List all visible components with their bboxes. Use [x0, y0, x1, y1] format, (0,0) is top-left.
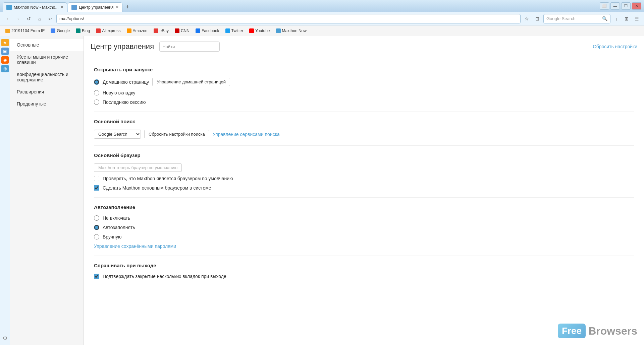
bookmark-label: Maxthon Now	[282, 28, 307, 33]
startup-label-new-tab: Новую вкладку	[103, 90, 136, 95]
autofill-radio-manual[interactable]	[94, 234, 99, 239]
divider-2	[94, 145, 634, 146]
search-bar[interactable]: Google Search 🔍	[543, 14, 610, 23]
sidebar-icon-star[interactable]: ★	[1, 39, 9, 46]
back-button[interactable]: ‹	[3, 14, 12, 23]
startup-option-last-session: Последнюю сессию	[94, 99, 634, 105]
confirm-exit-row: Подтверждать закрытие нескольких вкладок…	[94, 274, 634, 279]
sidebar-icons: ★ ▣ ◉ ◎	[0, 36, 10, 345]
nav-icon-3[interactable]: ☰	[632, 14, 641, 23]
startup-radio-last-session[interactable]	[94, 99, 99, 105]
settings-search-input[interactable]	[159, 42, 220, 52]
startup-radio-home[interactable]	[94, 79, 99, 85]
bookmark-label: Google	[57, 28, 70, 33]
bookmark-label: eBay	[160, 28, 169, 33]
new-tab-button[interactable]: +	[123, 2, 132, 12]
tab-control-center[interactable]: Центр управления ✕	[68, 2, 122, 12]
forward-button[interactable]: ›	[13, 14, 23, 23]
star-button[interactable]: ☆	[522, 14, 531, 23]
sidebar-item-basic[interactable]: Основные	[10, 39, 84, 51]
nav-icon-2[interactable]: ⊞	[622, 14, 631, 23]
autofill-radio-off[interactable]	[94, 215, 99, 221]
exit-section-title: Спрашивать при выходе	[94, 263, 634, 268]
make-default-row: Сделать Maxthon основным браузером в сис…	[94, 185, 634, 191]
autofill-radio-auto[interactable]	[94, 225, 99, 230]
favicon-cnn	[175, 28, 179, 33]
confirm-close-checkbox[interactable]	[94, 274, 99, 279]
autofill-label-off: Не включать	[103, 215, 130, 221]
sidebar-item-privacy[interactable]: Конфиденциальность и содержание	[10, 68, 84, 86]
sidebar-item-extensions[interactable]: Расширения	[10, 86, 84, 98]
check-default-row: Проверять, что Maxthon является браузеро…	[94, 176, 634, 181]
settings-content: Открывать при запуске Домашнюю страницу …	[84, 57, 644, 290]
bookmark-label: Twitter	[231, 28, 243, 33]
bookmark-ebay[interactable]: eBay	[151, 28, 171, 34]
manage-passwords-link[interactable]: Управление сохранёнными паролями	[94, 244, 176, 249]
nav-icon-1[interactable]: ↓	[612, 14, 621, 23]
navbar: ‹ › ↺ ⌂ ↩ mx://options/ ☆ ⊡ Google Searc…	[0, 12, 644, 25]
favicon-aliexpress	[96, 28, 101, 33]
minimize-btn[interactable]: —	[610, 2, 620, 10]
startup-label-last-session: Последнюю сессию	[103, 99, 146, 105]
search-engine-select[interactable]: Google Search	[94, 130, 141, 139]
sidebar-icon-doc[interactable]: ▣	[1, 48, 9, 55]
restore-btn[interactable]: ⬜	[600, 2, 609, 10]
bookmark-facebook[interactable]: Facebook	[193, 28, 222, 34]
bookmark-label: Aliexpress	[102, 28, 120, 33]
titlebar: Maxthon Now - Maxtho... ✕ Центр управлен…	[0, 0, 644, 12]
search-icon: 🔍	[602, 16, 607, 21]
favicon-ebay	[154, 28, 158, 33]
set-default-browser-button[interactable]: Maxthon теперь браузер по умолчанию	[94, 163, 182, 172]
reset-settings-link[interactable]: Сбросить настройки	[593, 44, 637, 49]
close-btn[interactable]: ✕	[632, 2, 641, 10]
sidebar-item-advanced[interactable]: Продвинутые	[10, 98, 84, 110]
history-button[interactable]: ↩	[46, 14, 55, 23]
maximize-btn[interactable]: ❐	[621, 2, 631, 10]
nav-extra-icons: ↓ ⊞ ☰	[612, 14, 641, 23]
address-bar[interactable]: mx://options/	[56, 14, 521, 23]
check-default-checkbox[interactable]	[94, 176, 99, 181]
refresh-button[interactable]: ↺	[24, 14, 34, 23]
favicon-twitter	[225, 28, 230, 33]
settings-sidebar: Основные Жесты мыши и горячие клавиши Ко…	[10, 36, 84, 345]
home-button[interactable]: ⌂	[35, 14, 44, 23]
bookmark-amazon[interactable]: Amazon	[124, 28, 150, 34]
autofill-option-auto: Автозаполнять	[94, 225, 634, 230]
settings-gear-icon[interactable]: ⚙	[3, 335, 10, 342]
manage-search-link[interactable]: Управление сервисами поиска	[213, 132, 280, 137]
bookmark-youtube[interactable]: Youtube	[247, 28, 273, 34]
bookmark-cnn[interactable]: CNN	[172, 28, 192, 34]
sidebar-icon-eye[interactable]: ◎	[1, 65, 9, 72]
favicon-amazon	[127, 28, 131, 33]
save-page-button[interactable]: ⊡	[533, 14, 542, 23]
manage-homepage-button[interactable]: Управление домашней страницей	[152, 78, 230, 86]
autofill-option-off: Не включать	[94, 215, 634, 221]
bookmark-twitter[interactable]: Twitter	[223, 28, 246, 34]
tab-icon-active	[71, 5, 77, 10]
favicon-facebook	[196, 28, 200, 33]
startup-radio-new-tab[interactable]	[94, 90, 99, 95]
bookmark-from-ie[interactable]: 20191104 From IE	[3, 28, 47, 34]
bookmark-maxthon[interactable]: Maxthon Now	[273, 28, 309, 34]
divider-3	[94, 197, 634, 198]
tab-label: Maxthon Now - Maxtho...	[14, 5, 58, 10]
reset-search-button[interactable]: Сбросить настройки поиска	[144, 130, 209, 138]
bookmark-google[interactable]: Google	[48, 28, 72, 34]
sidebar-icon-rss[interactable]: ◉	[1, 56, 9, 64]
tab-icon	[6, 5, 12, 10]
favicon-bing	[76, 28, 80, 33]
autofill-section-title: Автозаполнение	[94, 204, 634, 210]
bookmark-label: CNN	[181, 28, 190, 33]
sidebar-item-label: Расширения	[17, 89, 44, 94]
search-section-title: Основной поиск	[94, 119, 634, 124]
make-default-checkbox[interactable]	[94, 185, 99, 191]
tab-close-active[interactable]: ✕	[116, 5, 119, 9]
tab-maxthon-now[interactable]: Maxthon Now - Maxtho... ✕	[3, 2, 67, 12]
favicon-maxthon	[276, 28, 281, 33]
bookmark-bing[interactable]: Bing	[73, 28, 93, 34]
bookmark-aliexpress[interactable]: Aliexpress	[93, 28, 123, 34]
content-header: Центр управления Сбросить настройки	[84, 36, 644, 57]
startup-option-home: Домашнюю страницу Управление домашней ст…	[94, 78, 634, 86]
sidebar-item-gestures[interactable]: Жесты мыши и горячие клавиши	[10, 51, 84, 68]
tab-close[interactable]: ✕	[60, 5, 63, 9]
